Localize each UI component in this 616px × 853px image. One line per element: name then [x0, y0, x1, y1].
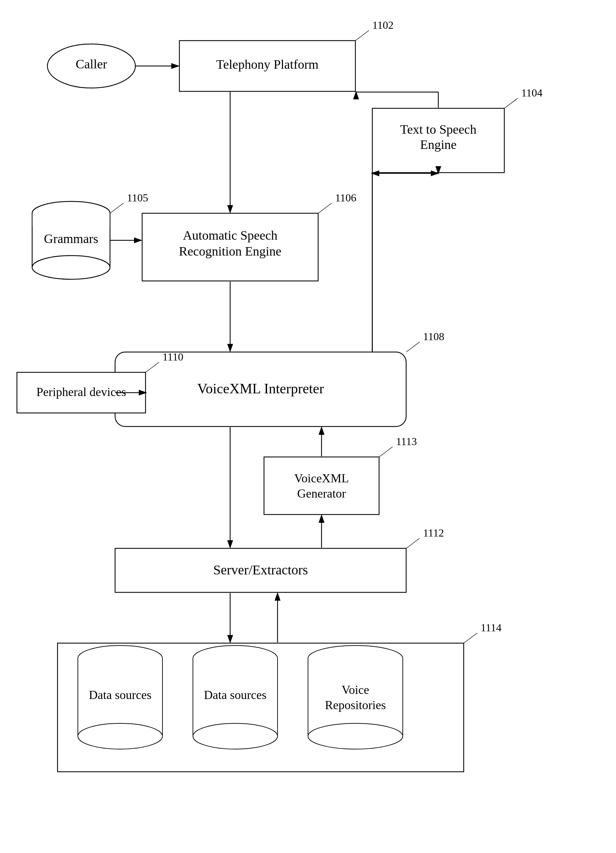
peripheral-label: Peripheral devices — [36, 385, 126, 399]
label-1105: 1105 — [127, 191, 148, 204]
voicexml-gen-label-2: Generator — [297, 487, 346, 500]
tts-label-2: Engine — [420, 137, 457, 152]
voicerepos-cover — [308, 658, 402, 675]
figure-caption: FIG. 1 — [284, 831, 332, 833]
asr-label-1: Automatic Speech — [183, 228, 278, 242]
label-1114: 1114 — [481, 621, 502, 634]
label-1104: 1104 — [521, 87, 543, 99]
svg-line-4 — [110, 203, 123, 213]
label-1112: 1112 — [423, 527, 444, 539]
tts-label-1: Text to Speech — [400, 122, 476, 137]
label-1106: 1106 — [335, 191, 357, 204]
grammars-label: Grammars — [44, 232, 98, 246]
voicexml-gen-label-1: VoiceXML — [294, 472, 349, 485]
svg-line-6 — [406, 342, 420, 352]
server-label: Server/Extractors — [213, 562, 308, 577]
label-1108: 1108 — [423, 330, 445, 343]
voicexml-interp-label: VoiceXML Interpreter — [197, 381, 324, 396]
grammars-cover — [32, 213, 110, 227]
voicerepos-bottom — [308, 723, 403, 749]
datasource2-label: Data sources — [204, 688, 267, 702]
voicerepos-label-1: Voice — [341, 683, 369, 697]
grammars-bottom — [32, 256, 110, 279]
voicexml-gen-box — [264, 457, 379, 515]
telephony-label: Telephony Platform — [216, 57, 319, 71]
caller-label: Caller — [76, 57, 107, 71]
diagram-container: Caller Telephony Platform 1102 Text to S… — [0, 14, 616, 833]
svg-line-2 — [355, 30, 369, 41]
datasource1-label: Data sources — [89, 688, 152, 702]
svg-line-3 — [504, 98, 518, 108]
svg-line-8 — [379, 447, 393, 457]
svg-line-10 — [464, 633, 477, 643]
datasource1-bottom — [78, 723, 162, 749]
label-1113: 1113 — [396, 435, 417, 448]
svg-line-5 — [318, 203, 332, 213]
label-1110: 1110 — [162, 351, 184, 363]
voicerepos-label-2: Repositories — [325, 698, 386, 712]
datasource2-cover — [193, 658, 277, 675]
datasource2-bottom — [193, 723, 278, 749]
label-1102: 1102 — [372, 19, 394, 31]
svg-line-9 — [406, 538, 420, 548]
datasource1-cover — [78, 658, 162, 675]
asr-label-2: Recognition Engine — [179, 244, 282, 258]
